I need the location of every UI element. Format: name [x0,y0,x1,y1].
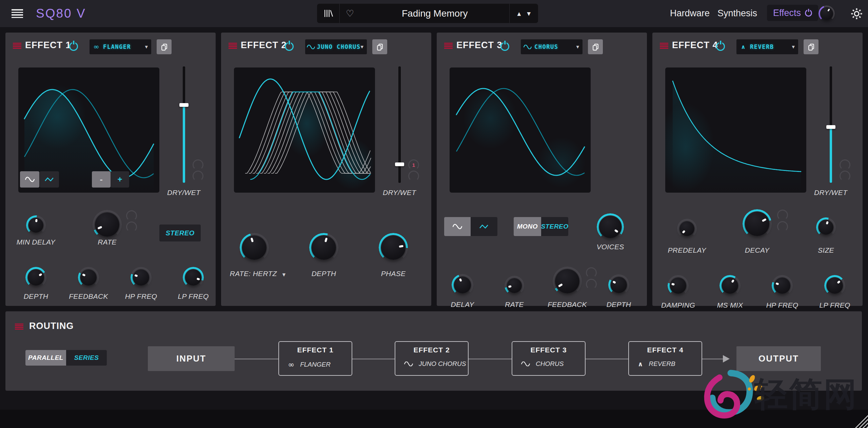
copy-effect-button[interactable] [157,39,172,54]
sine-wave-button[interactable] [20,171,39,188]
sine-wave-icon [305,45,317,49]
mod-ring-icon [586,279,597,290]
power-button[interactable] [69,42,78,51]
knob-label: DEPTH [11,292,61,300]
mod-ring-icon [777,221,788,232]
settings-button[interactable] [848,7,865,20]
sine-icon [25,176,35,182]
rate-knob[interactable] [93,210,122,239]
drag-handle-icon[interactable] [13,43,21,49]
node-title: EFFECT 3 [512,346,585,354]
drag-handle-icon[interactable] [660,43,668,49]
feedback-plus-button[interactable]: + [111,171,129,188]
copy-effect-button[interactable] [804,39,818,54]
down-arrow-icon: ▼ [527,11,531,16]
drag-handle-icon[interactable] [229,43,237,49]
preset-previous-button[interactable]: ▲ [515,11,523,17]
infinity-icon: ∞ [288,360,294,369]
routing-node-effect-2[interactable]: EFFECT 2 JUNO CHORUS [395,341,469,376]
slider-handle[interactable] [826,125,835,129]
knob-label: MIN DELAY [11,238,61,246]
feedback-knob[interactable] [553,267,582,296]
routing-node-effect-4[interactable]: EFFECT 4 ∧ REVERB [628,341,702,376]
copy-icon [807,43,815,51]
master-volume-knob[interactable] [818,5,835,22]
delay-knob[interactable] [452,274,473,296]
routing-node-effect-3[interactable]: EFFECT 3 CHORUS [512,341,586,376]
dropdown-caret-icon: ▼ [145,45,151,49]
preset-name[interactable]: Fading Memory [360,8,509,19]
routing-node-effect-1[interactable]: EFFECT 1 ∞ FLANGER [278,341,352,376]
heart-icon: ♡ [346,8,354,19]
dry-wet-slider[interactable] [830,66,832,183]
lp-freq-knob[interactable] [183,267,204,288]
effect-type-select[interactable]: JUNO CHORUS ▼ [305,39,367,54]
effect-type-select[interactable]: ∞ FLANGER ▼ [90,39,151,54]
drag-handle-icon[interactable] [444,43,453,49]
main-menu-icon[interactable] [12,9,23,18]
power-button[interactable] [285,42,294,51]
feedback-knob[interactable] [78,267,99,288]
min-delay-knob[interactable] [26,215,46,235]
effect-type-label: REVERB [750,43,792,50]
drag-handle-icon[interactable] [15,324,23,330]
rate-mode-select[interactable]: RATE: HERTZ▼ [224,270,292,278]
knob-label: FEEDBACK [63,292,114,300]
sine-wave-icon [521,45,534,49]
depth-knob[interactable] [25,267,46,288]
depth-knob[interactable] [608,274,629,295]
tab-synthesis[interactable]: Synthesis [717,8,757,19]
preset-library-button[interactable] [317,4,339,23]
power-button[interactable] [716,42,725,51]
damping-knob[interactable] [668,275,689,296]
preset-bar: ♡ Fading Memory ▲ ▼ [317,4,538,23]
tab-hardware[interactable]: Hardware [670,8,710,19]
dry-wet-label: DRY/WET [374,189,425,197]
slider-handle[interactable] [179,103,189,107]
tab-effects[interactable]: Effects [767,5,818,21]
predelay-knob[interactable] [677,219,697,238]
triangle-wave-button[interactable] [471,217,497,236]
hp-freq-knob[interactable] [131,267,152,288]
rate-knob[interactable] [505,276,524,295]
ms-mix-knob[interactable] [719,275,741,296]
stereo-button[interactable]: STEREO [541,217,568,236]
copy-effect-button[interactable] [588,39,603,54]
preset-next-button[interactable]: ▼ [525,11,533,17]
rate-knob[interactable] [240,233,269,262]
node-title: EFFECT 2 [395,346,468,354]
mono-button[interactable]: MONO [514,217,541,236]
panel-title: EFFECT 4 [672,40,718,51]
triangle-wave-button[interactable] [40,171,59,188]
infinity-icon: ∞ [90,43,103,51]
size-knob[interactable] [816,217,836,237]
parallel-mode-button[interactable]: PARALLEL [25,350,66,366]
series-mode-button[interactable]: SERIES [66,350,107,366]
lp-freq-knob[interactable] [824,275,845,296]
effect-2-panel: EFFECT 2 JUNO CHORUS ▼ 1 DRY/WET RATE: H… [221,33,431,306]
routing-output-node[interactable]: OUTPUT [736,346,821,371]
decay-knob[interactable] [743,209,772,238]
effects-power-icon[interactable] [805,9,812,17]
sine-icon [452,223,462,230]
feedback-minus-button[interactable]: - [92,171,111,188]
chorus-waveform-display [234,67,375,193]
favorite-button[interactable]: ♡ [340,4,360,23]
phase-knob[interactable] [379,233,408,262]
power-button[interactable] [500,42,509,51]
effect-type-select[interactable]: CHORUS ▼ [521,39,583,54]
dry-wet-slider[interactable] [398,66,401,183]
hp-freq-knob[interactable] [772,275,793,296]
mod-ring-icon [408,171,419,181]
caret-wave-icon: ∧ [638,360,643,368]
copy-effect-button[interactable] [372,39,387,54]
routing-input-node[interactable]: INPUT [148,346,235,371]
stereo-toggle-button[interactable]: STEREO [159,225,201,241]
sine-wave-button[interactable] [444,217,471,236]
slider-handle[interactable] [395,162,404,166]
effect-type-select[interactable]: ∧ REVERB ▼ [736,39,798,54]
dry-wet-label: DRY/WET [805,189,856,197]
dry-wet-slider[interactable] [183,66,185,183]
voices-knob[interactable] [597,213,624,240]
depth-knob[interactable] [309,233,338,262]
